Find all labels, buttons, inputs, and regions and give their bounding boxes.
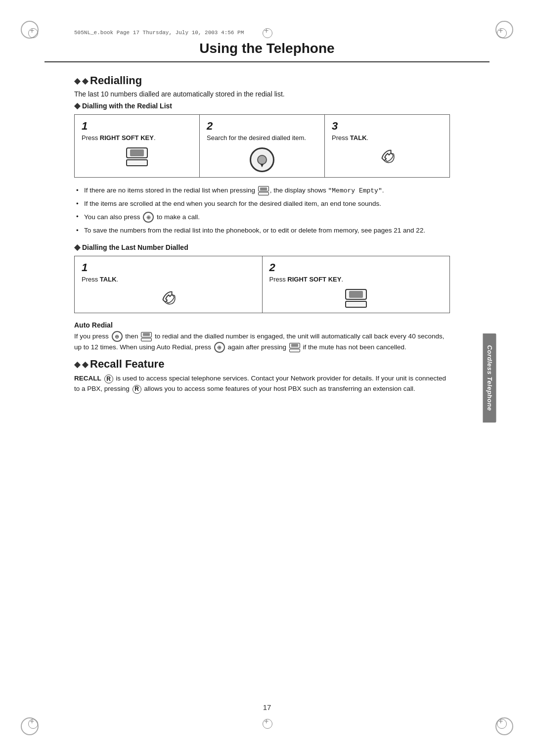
side-tab: Cordless Telephone — [483, 333, 496, 423]
header-meta: 505NL_e.book Page 17 Thursday, July 10, … — [74, 30, 490, 36]
step-1-text: Press RIGHT SOFT KEY. — [82, 134, 156, 142]
subheading2: ◆ Dialling the Last Number Dialled — [74, 242, 450, 252]
recall-heading: ◆ ◆ Recall Feature — [74, 358, 450, 371]
redialling-heading: ◆ ◆ Redialling — [74, 74, 450, 87]
diamond3: ◆ — [74, 101, 80, 110]
last-step-2-number: 2 — [269, 261, 275, 274]
step-3-number: 3 — [332, 120, 338, 133]
nav-wheel-icon — [250, 147, 274, 172]
redial-list-steps: 1 Press RIGHT SOFT KEY. 2 Search for the… — [74, 114, 450, 178]
diamond4: ◆ — [74, 242, 80, 252]
recall-R-icon: R — [104, 375, 113, 383]
step-3-icon — [332, 147, 443, 166]
nav-inline-icon: ⊕ — [143, 212, 154, 223]
redialling-desc: The last 10 numbers dialled are automati… — [74, 90, 450, 98]
main-content: ◆ ◆ Redialling The last 10 numbers diall… — [74, 74, 450, 394]
reg-mark-bl — [27, 718, 38, 729]
reg-mark-tm — [262, 27, 272, 38]
last-number-steps: 1 Press TALK. 2 Press RIGHT SOFT KEY. — [74, 256, 450, 313]
last-step-2-cell: 2 Press RIGHT SOFT KEY. — [263, 256, 450, 313]
diamond2: ◆ — [82, 76, 88, 86]
auto-redial-text: If you press ⊕ then to redial and the di… — [74, 331, 450, 353]
last-step-2-text: Press RIGHT SOFT KEY. — [269, 275, 344, 284]
last-step-1-icon — [82, 289, 255, 308]
diamond5: ◆ — [74, 360, 80, 369]
recall-R-icon-2: R — [133, 385, 141, 394]
inline-rsk-icon-1 — [258, 186, 269, 195]
bullet-list: If there are no items stored in the redi… — [74, 186, 450, 236]
step-3-text: Press TALK. — [332, 134, 368, 142]
reg-mark-tl — [27, 27, 38, 38]
step-1-icon — [82, 147, 192, 166]
subheading1: ◆ Dialling with the Redial List — [74, 101, 450, 110]
right-soft-key-icon-2 — [345, 289, 367, 308]
recall-text: RECALL R is used to access special telep… — [74, 374, 450, 394]
page-number: 17 — [263, 703, 271, 711]
bullet-2: If the items are scrolled at the end whe… — [74, 199, 450, 209]
auto-redial-nav-icon-2: ⊕ — [214, 342, 225, 353]
step-2-text: Search for the desired dialled item. — [207, 134, 306, 142]
auto-redial-nav-icon: ⊕ — [112, 331, 123, 342]
inline-rsk-icon-2 — [141, 332, 152, 341]
talk-handset-icon-2 — [159, 289, 178, 308]
last-step-1-text: Press TALK. — [82, 275, 118, 284]
last-step-2-icon — [269, 289, 443, 308]
bullet-1: If there are no items stored in the redi… — [74, 186, 450, 196]
right-soft-key-icon-1 — [126, 147, 148, 166]
step-2-icon — [207, 147, 317, 172]
step-2-cell: 2 Search for the desired dialled item. — [200, 115, 325, 177]
subheading1-text: Dialling with the Redial List — [82, 102, 172, 110]
step-1-number: 1 — [82, 120, 88, 133]
page-title-area: Using the Telephone — [44, 41, 490, 62]
step-3-cell: 3 Press TALK. — [325, 115, 449, 177]
reg-mark-bm — [262, 718, 272, 729]
bullet-4: To save the numbers from the redial list… — [74, 226, 450, 236]
redialling-title: Redialling — [90, 74, 142, 87]
diamond6: ◆ — [82, 360, 88, 369]
last-step-1-number: 1 — [82, 261, 88, 274]
reg-mark-tr — [496, 27, 507, 38]
talk-handset-icon-1 — [378, 147, 397, 166]
bullet-3: You can also press ⊕ to make a call. — [74, 212, 450, 223]
subheading2-text: Dialling the Last Number Dialled — [82, 243, 188, 251]
inline-rsk-icon-3 — [289, 343, 300, 352]
last-step-1-cell: 1 Press TALK. — [75, 256, 263, 313]
page-title: Using the Telephone — [199, 41, 334, 56]
auto-redial-heading: Auto Redial — [74, 321, 450, 329]
diamond1: ◆ — [74, 76, 80, 86]
step-1-cell: 1 Press RIGHT SOFT KEY. — [75, 115, 200, 177]
recall-title: Recall Feature — [90, 358, 164, 371]
step-2-number: 2 — [207, 120, 213, 133]
reg-mark-br — [496, 718, 507, 729]
